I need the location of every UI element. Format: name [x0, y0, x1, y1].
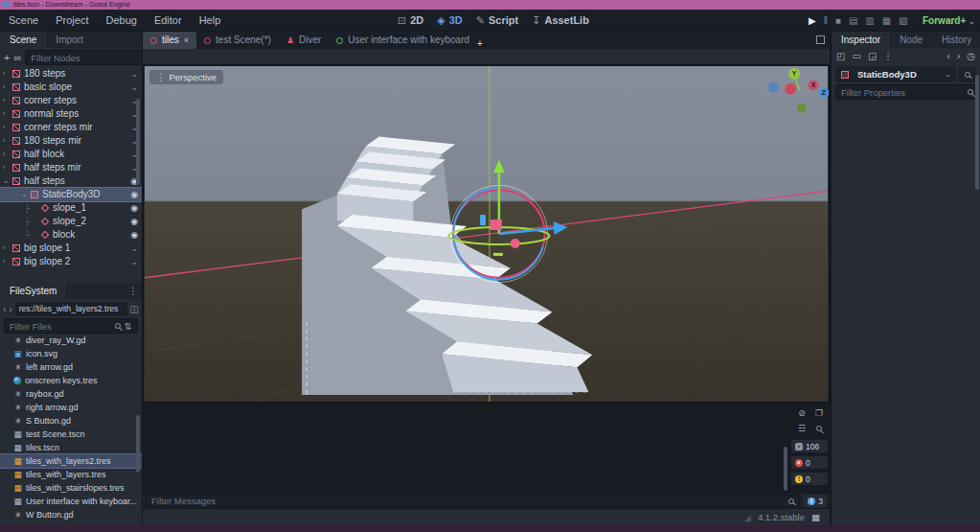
workspace-3d[interactable]: ◈3D	[437, 10, 463, 32]
filter-lines-icon[interactable]: ☲	[793, 421, 810, 436]
tab-node[interactable]: Node	[890, 32, 932, 48]
expander-icon[interactable]: ›	[3, 242, 11, 255]
expander-icon[interactable]: ›	[3, 121, 11, 134]
tree-item-slope_2[interactable]: ├slope_2◉	[0, 215, 142, 228]
tab-history[interactable]: History	[932, 32, 980, 48]
scene-tab-tiles[interactable]: tiles×	[143, 32, 196, 49]
scene-tree-scrollbar[interactable]	[136, 99, 140, 185]
resource-kebab-icon[interactable]: ⋮	[883, 51, 893, 61]
menu-help[interactable]: Help	[191, 10, 230, 32]
search-log-icon[interactable]	[810, 421, 828, 436]
tree-item-slope_1[interactable]: ├slope_1◉	[0, 201, 142, 215]
instances-button[interactable]: ▦	[882, 10, 891, 32]
tree-item-staticbody3d[interactable]: └⌄StaticBody3D◉	[0, 188, 142, 201]
property-filter[interactable]	[835, 84, 979, 100]
tree-item-180-steps-mir[interactable]: ›180 steps mir⌄	[0, 134, 142, 148]
scene-tab-test-scene[interactable]: test Scene(*)	[196, 32, 279, 49]
menu-editor[interactable]: Editor	[146, 10, 191, 32]
menu-project[interactable]: Project	[47, 10, 97, 32]
tree-item-big-slope-1[interactable]: ›big slope 1⌄	[0, 242, 142, 255]
split-view-icon[interactable]: ◫	[130, 304, 139, 314]
expander-icon[interactable]: ›	[3, 67, 11, 81]
tree-item-normal-steps[interactable]: ›normal steps⌄	[0, 107, 142, 121]
perspective-menu[interactable]: ⋮Perspective	[149, 70, 223, 84]
workspace-assetlib[interactable]: ↧AssetLib	[532, 10, 589, 32]
chevron-down-icon[interactable]: ⌄	[130, 67, 138, 81]
close-icon[interactable]: ×	[184, 32, 189, 49]
message-filter-input[interactable]	[151, 496, 788, 506]
node-selector[interactable]: StaticBody3D ⌄	[835, 66, 956, 82]
tab-import[interactable]: Import	[46, 32, 92, 48]
file-item[interactable]: onscreen keys.tres	[0, 374, 142, 387]
tab-scene[interactable]: Scene	[0, 32, 46, 48]
file-item[interactable]: ▦test Scene.tscn	[0, 428, 142, 441]
expander-icon[interactable]: ⌄	[21, 188, 30, 201]
tree-item-corner-steps[interactable]: ›corner steps⌄	[0, 94, 142, 107]
visibility-eye-icon[interactable]: ◉	[130, 201, 138, 215]
scene-tab-user-interface-with-keyboard[interactable]: User interface with keyboard	[329, 32, 477, 49]
file-item[interactable]: ✳S Button.gd	[0, 414, 142, 428]
expander-icon[interactable]: ›	[3, 134, 11, 148]
tree-item-basic-slope[interactable]: ›basic slope⌄	[0, 81, 142, 94]
file-item[interactable]: ▣icon.svg	[0, 347, 142, 360]
tree-item-half-steps-mir[interactable]: ›half steps mir⌄	[0, 161, 142, 174]
update-spinner-icon[interactable]: ▦	[811, 512, 820, 522]
expander-icon[interactable]: ›	[3, 255, 11, 268]
visibility-eye-icon[interactable]: ◉	[130, 215, 138, 228]
file-item[interactable]: ▦User interface with keyboar...	[0, 495, 142, 508]
expander-icon[interactable]: ⌄	[3, 174, 11, 188]
pause-button[interactable]: ‖	[824, 10, 828, 32]
tree-item-half-steps[interactable]: ⌄half steps◉	[0, 174, 142, 188]
instance-scene-button[interactable]: ∞	[13, 52, 21, 63]
add-node-button[interactable]: +	[4, 52, 10, 63]
tree-item-block[interactable]: └block◉	[0, 228, 142, 242]
file-item[interactable]: ✳W Button.gd	[0, 508, 142, 521]
file-list-scrollbar[interactable]	[136, 415, 140, 473]
movie-mode-button[interactable]: ▥	[865, 10, 874, 32]
clear-log-icon[interactable]: ⊘	[793, 405, 810, 421]
workspace-script[interactable]: ✎Script	[476, 10, 518, 32]
error-count-badge[interactable]: ×0	[791, 456, 828, 469]
sort-icon[interactable]: ⇅	[125, 321, 132, 332]
property-filter-input[interactable]	[841, 87, 968, 98]
tree-item-big-slope-2[interactable]: ›big slope 2⌄	[0, 255, 142, 268]
current-path[interactable]: res://tiles_with_layers2.tres	[15, 302, 127, 316]
new-resource-icon[interactable]: ◰	[836, 51, 845, 61]
open-docs-button[interactable]	[959, 66, 976, 82]
menu-scene[interactable]: Scene	[0, 10, 47, 32]
forward-icon[interactable]: ›	[9, 304, 11, 314]
file-item[interactable]: ▦tiles_with_layers2.tres	[0, 454, 142, 468]
scene-tab-diver[interactable]: ♟Diver	[279, 32, 329, 49]
chevron-down-icon[interactable]: ⌄	[130, 242, 138, 255]
file-filter-input[interactable]	[10, 321, 115, 332]
file-item[interactable]: ▦tiles.tscn	[0, 441, 142, 454]
history-back-icon[interactable]: ‹	[947, 51, 950, 61]
load-resource-icon[interactable]: ▭	[852, 51, 860, 61]
chevron-down-icon[interactable]: ⌄	[130, 255, 138, 268]
file-item[interactable]: ✳diver_ray_W.gd	[0, 334, 142, 347]
expander-icon[interactable]: ›	[3, 161, 11, 174]
run-settings-button[interactable]: ▧	[899, 10, 907, 32]
chevron-down-icon[interactable]: ⌄	[130, 81, 138, 94]
tree-item-half-block[interactable]: ›half block⌄	[0, 148, 142, 161]
info-count-badge[interactable]: i3	[804, 495, 827, 507]
file-item[interactable]: ▦tiles_with_layers.tres	[0, 468, 142, 481]
warning-count-badge[interactable]: !0	[791, 473, 828, 485]
scene-filter-input[interactable]	[31, 53, 157, 63]
file-item[interactable]: ✳left arrow.gd	[0, 360, 142, 374]
workspace-2d[interactable]: ⊡2D	[398, 10, 423, 32]
expander-icon[interactable]: ›	[3, 81, 11, 94]
file-item[interactable]: ✳right arrow.gd	[0, 401, 142, 414]
tab-inspector[interactable]: Inspector	[832, 32, 890, 48]
file-item[interactable]: ▦tiles_with_stairslopes.tres	[0, 481, 142, 495]
filesystem-kebab-icon[interactable]: ⋮	[125, 283, 142, 299]
stop-button[interactable]: ■	[835, 10, 841, 32]
expander-icon[interactable]: ›	[3, 148, 11, 161]
save-resource-icon[interactable]: ◲	[868, 51, 877, 61]
remote-debug-button[interactable]: ▤	[849, 10, 857, 32]
file-filter[interactable]: ⇅	[4, 318, 138, 334]
history-forward-icon[interactable]: ›	[957, 51, 960, 61]
tree-item-180-steps[interactable]: ›180 steps⌄	[0, 67, 142, 81]
tab-filesystem[interactable]: FileSystem	[0, 283, 66, 299]
expander-icon[interactable]: ›	[3, 107, 11, 121]
